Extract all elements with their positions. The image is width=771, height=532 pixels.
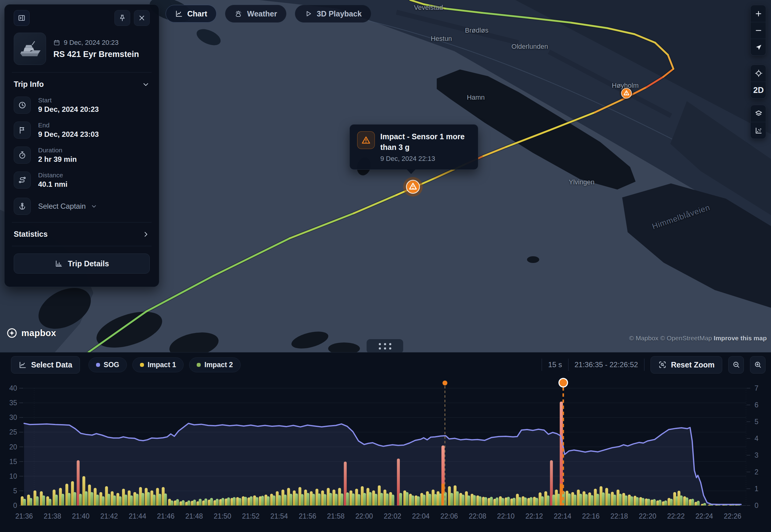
svg-text:5: 5	[13, 487, 17, 495]
event-dot-minor[interactable]	[442, 381, 447, 385]
svg-text:21:52: 21:52	[242, 512, 260, 520]
svg-text:21:36: 21:36	[15, 512, 33, 520]
tooltip-caret	[407, 169, 416, 174]
map-zoom-out-button[interactable]	[751, 22, 766, 39]
mapbox-logo-icon	[5, 327, 18, 339]
svg-text:7: 7	[755, 384, 759, 392]
event-dot-major[interactable]	[559, 378, 567, 387]
crosshair-icon	[755, 69, 763, 77]
tab-chart[interactable]: Chart	[165, 5, 217, 23]
locate-button[interactable]	[751, 65, 766, 82]
tab-label: Chart	[187, 9, 207, 18]
divider	[12, 222, 151, 222]
pin-icon	[118, 14, 126, 22]
svg-text:21:58: 21:58	[327, 512, 345, 520]
collapse-panel-button[interactable]	[14, 10, 30, 26]
attribution-copyright: © Mapbox © OpenStreetMap	[629, 335, 712, 342]
close-icon	[138, 14, 146, 22]
svg-text:22:00: 22:00	[355, 512, 373, 520]
statistics-title: Statistics	[14, 230, 48, 239]
svg-text:21:50: 21:50	[214, 512, 232, 520]
vessel-header: 9 Dec, 2024 20:23 RS 421 Eyr Bremstein	[14, 33, 150, 65]
mapbox-logo[interactable]: mapbox	[5, 327, 56, 339]
trip-info-title: Trip Info	[14, 80, 44, 89]
trip-details-button[interactable]: Trip Details	[14, 254, 150, 274]
impact-marker-secondary[interactable]	[620, 86, 634, 100]
chevron-down-icon	[142, 80, 150, 88]
svg-text:4: 4	[755, 434, 759, 442]
svg-text:22:12: 22:12	[525, 512, 543, 520]
svg-text:35: 35	[9, 399, 17, 407]
anchor-icon	[18, 202, 27, 211]
trip-info-row-start: Start9 Dec, 2024 20:23	[14, 97, 150, 114]
map-2d-label: 2D	[753, 86, 764, 95]
svg-text:22:20: 22:20	[639, 512, 656, 520]
map-islet	[527, 256, 539, 263]
svg-text:30: 30	[9, 413, 17, 421]
impact-tooltip: Impact - Sensor 1 more than 3 g 9 Dec, 2…	[350, 124, 478, 170]
map-zoom-in-button[interactable]	[751, 5, 766, 22]
trip-info-section-toggle[interactable]: Trip Info	[14, 80, 150, 89]
svg-text:20: 20	[9, 443, 17, 451]
svg-text:1: 1	[755, 485, 759, 493]
scatter-plot-button[interactable]	[751, 122, 766, 139]
map-layer-controls	[750, 105, 766, 139]
svg-text:3: 3	[755, 451, 759, 459]
info-label: End	[38, 122, 99, 129]
svg-text:5: 5	[755, 418, 759, 426]
map-2d-toggle-button[interactable]: 2D	[751, 82, 766, 98]
trip-panel-header	[14, 10, 150, 26]
timeseries-chart[interactable]: 05101520253035400123456721:3621:3821:402…	[0, 353, 771, 532]
plus-icon	[755, 10, 762, 18]
svg-text:21:46: 21:46	[157, 512, 175, 520]
svg-text:0: 0	[13, 502, 17, 509]
svg-text:22:06: 22:06	[440, 512, 458, 520]
minus-icon	[755, 27, 762, 34]
info-value: 9 Dec, 2024 20:23	[38, 105, 99, 114]
map-canvas[interactable]: VevelstadHestunBrødløsOlderlundenHamnHøy…	[0, 0, 771, 352]
info-label: Duration	[38, 147, 77, 154]
trip-date: 9 Dec, 2024 20:23	[64, 39, 119, 47]
flag-icon	[18, 126, 27, 134]
route-icon	[18, 176, 27, 184]
svg-text:2: 2	[755, 468, 759, 476]
info-value: 9 Dec, 2024 23:03	[38, 130, 99, 139]
app-root: VevelstadHestunBrødløsOlderlundenHamnHøy…	[0, 0, 771, 532]
chevron-right-icon	[142, 230, 150, 238]
info-value: 40.1 nmi	[38, 180, 67, 189]
trip-details-label: Trip Details	[68, 259, 109, 268]
svg-text:22:04: 22:04	[412, 512, 430, 520]
tab-3d-playback[interactable]: 3D Playback	[295, 5, 371, 23]
map-zoom-controls	[750, 5, 766, 56]
trip-panel: 9 Dec, 2024 20:23 RS 421 Eyr Bremstein T…	[4, 4, 159, 287]
svg-text:15: 15	[9, 458, 17, 466]
vessel-name: RS 421 Eyr Bremstein	[53, 50, 139, 59]
panel-resize-handle[interactable]	[367, 339, 403, 352]
statistics-section-toggle[interactable]: Statistics	[14, 230, 150, 239]
play-icon	[304, 10, 312, 18]
select-captain-dropdown[interactable]: Select Captain	[14, 198, 150, 215]
svg-text:21:44: 21:44	[129, 512, 146, 520]
map-compass-button[interactable]	[751, 39, 766, 55]
tab-label: 3D Playback	[317, 9, 361, 18]
scatter-plot-icon	[755, 126, 763, 135]
svg-text:22:26: 22:26	[724, 512, 741, 520]
tab-weather[interactable]: Weather	[225, 5, 286, 23]
improve-this-map-link[interactable]: Improve this map	[714, 335, 767, 342]
info-value: 2 hr 39 min	[38, 155, 77, 164]
boat-image	[17, 36, 43, 62]
svg-text:40: 40	[9, 384, 17, 392]
clock-icon	[18, 101, 27, 109]
impact-marker-selected[interactable]	[403, 177, 423, 197]
svg-text:22:14: 22:14	[554, 512, 571, 520]
svg-text:22:10: 22:10	[497, 512, 515, 520]
close-panel-button[interactable]	[134, 10, 150, 26]
weather-icon	[235, 10, 243, 18]
pin-panel-button[interactable]	[114, 10, 130, 26]
grip-dots-icon	[379, 343, 391, 349]
compass-icon	[755, 43, 762, 51]
svg-text:21:56: 21:56	[299, 512, 316, 520]
stopwatch-icon	[18, 151, 27, 159]
chart-line-icon	[175, 10, 183, 18]
layers-button[interactable]	[751, 105, 766, 122]
